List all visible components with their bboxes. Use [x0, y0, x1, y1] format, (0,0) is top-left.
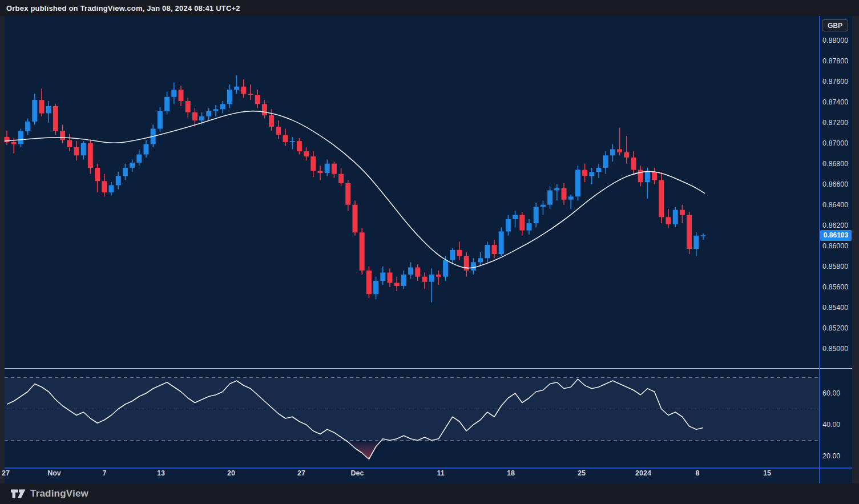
price-axis-label: 0.85400	[822, 304, 848, 312]
candle-body	[11, 142, 17, 144]
candle-body	[74, 147, 79, 155]
tradingview-logo-icon[interactable]	[11, 488, 26, 499]
candle-body	[276, 127, 281, 135]
candle-body	[109, 186, 114, 193]
time-axis-label: 2024	[635, 469, 651, 477]
candle-body	[136, 155, 142, 163]
candle-body	[443, 260, 448, 277]
candle-body	[401, 275, 406, 286]
candle-body	[269, 115, 274, 127]
candle-body	[408, 268, 413, 275]
left-margin	[0, 16, 5, 483]
time-axis-label: 18	[507, 469, 515, 477]
candle-body	[541, 205, 546, 207]
candle-body	[95, 168, 100, 181]
symbol-currency-button[interactable]: GBP	[822, 19, 848, 31]
candle-body	[450, 250, 455, 260]
time-axis-label: 25	[578, 469, 586, 477]
candle-body	[568, 196, 574, 199]
price-axis-label: 0.87400	[822, 98, 848, 106]
candle-body	[687, 215, 692, 249]
price-axis-label: 0.86400	[822, 201, 848, 209]
rsi-axis-label: 20.00	[822, 452, 840, 460]
time-axis[interactable]	[5, 468, 852, 483]
time-axis-label: 27	[2, 469, 10, 477]
candle-body	[422, 277, 428, 282]
candle-body	[534, 207, 539, 223]
time-axis-label: 8	[696, 469, 700, 477]
candle-body	[492, 245, 497, 254]
candle-body	[471, 263, 476, 271]
candle-body	[88, 143, 93, 168]
candle-body	[213, 109, 219, 111]
candle-body	[25, 122, 30, 131]
candle-body	[360, 232, 365, 271]
candle-body	[388, 273, 393, 283]
candle-body	[513, 215, 518, 219]
candle-body	[164, 97, 170, 111]
candle-body	[366, 271, 372, 294]
candle-body	[185, 101, 191, 112]
time-axis-label: 27	[297, 469, 305, 477]
candle-body	[596, 168, 602, 172]
candle-body	[248, 94, 253, 95]
price-chart[interactable]: 0.880000.878000.876000.874000.872000.870…	[0, 16, 859, 483]
candle-body	[527, 223, 532, 231]
candle-body	[102, 181, 107, 192]
candle-body	[485, 245, 490, 258]
candle-body	[575, 170, 580, 197]
candle-body	[547, 191, 552, 205]
candle-body	[624, 152, 629, 158]
candle-body	[318, 171, 323, 173]
price-axis-label: 0.87200	[822, 119, 848, 127]
candle-body	[39, 100, 45, 113]
candle-body	[199, 116, 204, 120]
candle-body	[673, 210, 678, 224]
candle-body	[283, 135, 288, 142]
time-axis-label: Nov	[47, 469, 61, 477]
candle-body	[310, 156, 316, 171]
candle-body	[53, 106, 58, 131]
candle-body	[380, 273, 385, 281]
candle-body	[478, 258, 483, 262]
tradingview-brand[interactable]: TradingView	[30, 488, 88, 499]
publish-banner: Orbex published on TradingView.com, Jan …	[0, 0, 859, 16]
price-axis-label: 0.88000	[822, 37, 848, 45]
candle-body	[373, 281, 378, 294]
candle-body	[158, 111, 163, 129]
candle-body	[297, 141, 302, 151]
price-axis-label: 0.87600	[822, 78, 848, 86]
candle-body	[46, 106, 51, 114]
price-axis-label: 0.85600	[822, 283, 848, 291]
candle-body	[603, 155, 608, 168]
price-axis-label: 0.86600	[822, 180, 848, 188]
candle-body	[332, 164, 337, 174]
candle-body	[415, 268, 420, 277]
candle-body	[617, 150, 622, 152]
price-axis-label: 0.85200	[822, 324, 848, 332]
candle-body	[589, 172, 594, 176]
rsi-axis-label: 40.00	[822, 421, 840, 429]
price-axis-label: 0.85000	[822, 345, 848, 353]
time-axis-label: 20	[227, 469, 235, 477]
candle-body	[519, 215, 525, 231]
candle-body	[554, 188, 559, 191]
candle-body	[241, 87, 246, 94]
candle-body	[582, 170, 587, 176]
time-axis-label: 13	[157, 469, 165, 477]
candle-body	[220, 104, 225, 109]
candle-body	[666, 217, 671, 224]
price-axis-label: 0.87800	[822, 57, 848, 65]
candle-body	[304, 151, 309, 156]
candle-body	[192, 112, 197, 120]
candle-body	[338, 174, 344, 183]
candle-body	[506, 219, 511, 232]
candle-body	[255, 95, 260, 104]
price-axis-label: 0.86000	[822, 242, 848, 250]
price-axis-label: 0.86200	[822, 221, 848, 229]
candle-body	[345, 183, 350, 205]
candle-body	[631, 158, 636, 170]
candle-body	[659, 180, 664, 217]
candle-body	[67, 140, 72, 147]
rsi-axis-label: 60.00	[822, 389, 840, 397]
